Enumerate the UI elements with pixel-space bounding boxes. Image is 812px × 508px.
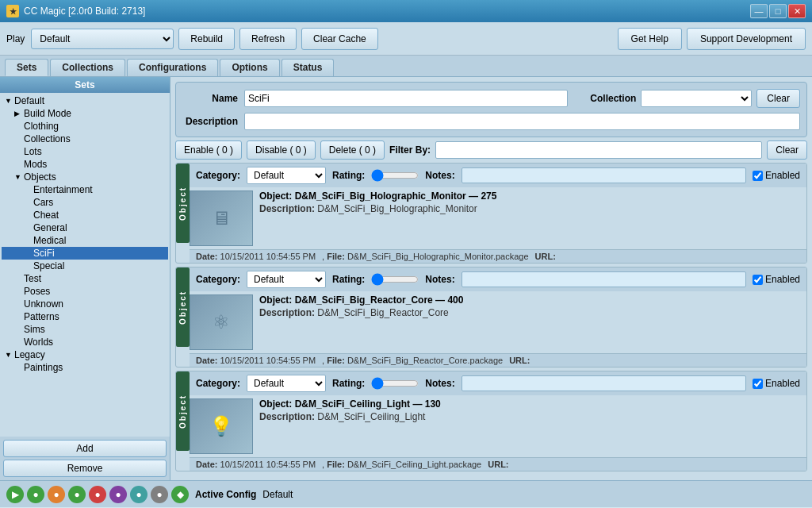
rating-slider-1[interactable] (371, 273, 419, 286)
card-wrapper-0: Object Category: Default Rating: Notes: … (176, 164, 806, 263)
object-name-2: Object: D&M_SciFi_Ceiling_Light — 130 (259, 398, 800, 410)
sidebar-item-cars[interactable]: Cars (2, 196, 168, 209)
clear-cache-button[interactable]: Clear Cache (301, 28, 378, 50)
footer-file-1: , File: D&M_SciFi_Big_Reactor_Core.packa… (322, 356, 503, 365)
rating-slider-0[interactable] (371, 169, 419, 182)
card-content-2: Category: Default Rating: Notes: Enabled… (190, 371, 806, 471)
filter-input[interactable] (435, 141, 762, 159)
enabled-check-2[interactable]: Enabled (753, 378, 800, 389)
meta-section: Name SciFi Collection Clear Description (175, 82, 807, 137)
status-icon-2[interactable]: ● (27, 486, 44, 503)
refresh-button[interactable]: Refresh (239, 28, 297, 50)
main-area: Sets ▼Default ▶Build Mode Clothing Colle… (0, 77, 812, 480)
sidebar-item-legacy[interactable]: ▼Legacy (2, 348, 168, 361)
sidebar-item-special[interactable]: Special (2, 260, 168, 272)
sidebar-item-medical[interactable]: Medical (2, 234, 168, 247)
tab-options[interactable]: Options (220, 59, 279, 76)
status-icon-7[interactable]: ● (130, 486, 147, 503)
object-card-2: Object Category: Default Rating: Notes: … (175, 371, 807, 471)
status-icon-9[interactable]: ◆ (171, 486, 189, 503)
object-list: Object Category: Default Rating: Notes: … (175, 163, 807, 475)
footer-file-2: , File: D&M_SciFi_Ceiling_Light.package (322, 460, 481, 469)
sidebar-item-poses[interactable]: Poses (2, 285, 168, 298)
status-bar: ▶ ● ● ● ● ● ● ● ◆ Active Config Default (0, 480, 812, 507)
support-button[interactable]: Support Development (687, 28, 806, 50)
app-icon: ★ (6, 5, 19, 17)
sidebar: Sets ▼Default ▶Build Mode Clothing Colle… (0, 77, 170, 480)
sidebar-item-unknown[interactable]: Unknown (2, 298, 168, 310)
tab-status[interactable]: Status (282, 59, 335, 76)
status-icon-1[interactable]: ▶ (6, 486, 24, 503)
sidebar-item-scifi[interactable]: SciFi (2, 247, 168, 260)
collection-select[interactable] (641, 90, 752, 107)
enabled-check-1[interactable]: Enabled (753, 274, 800, 285)
category-label-0: Category: (196, 170, 240, 181)
play-select[interactable]: Default (31, 29, 174, 49)
delete-button[interactable]: Delete ( 0 ) (320, 140, 385, 160)
name-input[interactable]: SciFi (244, 90, 568, 107)
disable-button[interactable]: Disable ( 0 ) (247, 140, 316, 160)
sidebar-item-entertainment[interactable]: Entertainment (2, 183, 168, 196)
sidebar-header: Sets (0, 77, 170, 93)
status-icon-5[interactable]: ● (89, 486, 106, 503)
sidebar-item-collections[interactable]: Collections (2, 133, 168, 145)
remove-button[interactable]: Remove (3, 460, 167, 477)
enabled-check-0[interactable]: Enabled (753, 170, 800, 181)
tab-sets[interactable]: Sets (5, 59, 48, 76)
sidebar-item-cheat[interactable]: Cheat (2, 209, 168, 221)
sidebar-item-test[interactable]: Test (2, 272, 168, 285)
notes-label-2: Notes: (425, 378, 454, 389)
rating-label-0: Rating: (332, 170, 365, 181)
card-footer-1: Date: 10/15/2011 10:54:55 PM , File: D&M… (190, 353, 806, 367)
sidebar-item-paintings[interactable]: Paintings (2, 361, 168, 374)
card-footer-0: Date: 10/15/2011 10:54:55 PM , File: D&M… (190, 249, 806, 263)
sidebar-item-mods[interactable]: Mods (2, 158, 168, 171)
card-body-2: 💡 Object: D&M_SciFi_Ceiling_Light — 130 … (190, 395, 806, 457)
sidebar-item-sims[interactable]: Sims (2, 323, 168, 336)
tab-collections[interactable]: Collections (50, 59, 125, 76)
toolbar: Play Default Rebuild Refresh Clear Cache… (0, 22, 812, 56)
notes-input-2[interactable] (462, 375, 746, 391)
description-input[interactable] (244, 113, 800, 130)
sidebar-item-default[interactable]: ▼Default (2, 94, 168, 107)
window-controls[interactable]: — □ ✕ (750, 4, 806, 18)
object-desc-1: Description: D&M_SciFi_Big_Reactor_Core (259, 307, 800, 318)
sidebar-item-general[interactable]: General (2, 221, 168, 234)
card-content-1: Category: Default Rating: Notes: Enabled… (190, 267, 806, 367)
category-select-0[interactable]: Default (247, 167, 326, 184)
status-icon-4[interactable]: ● (68, 486, 86, 503)
add-button[interactable]: Add (3, 440, 167, 457)
sidebar-item-build-mode[interactable]: ▶Build Mode (2, 107, 168, 120)
object-name-0: Object: D&M_SciFi_Big_Holographic_Monito… (259, 190, 800, 202)
rating-slider-2[interactable] (371, 377, 419, 390)
sidebar-tree[interactable]: ▼Default ▶Build Mode Clothing Collection… (0, 93, 170, 437)
filter-clear-button[interactable]: Clear (767, 140, 807, 160)
sidebar-item-clothing[interactable]: Clothing (2, 120, 168, 133)
enable-button[interactable]: Enable ( 0 ) (175, 140, 242, 160)
notes-input-0[interactable] (462, 167, 746, 183)
filter-bar: Enable ( 0 ) Disable ( 0 ) Delete ( 0 ) … (175, 140, 807, 160)
get-help-button[interactable]: Get Help (618, 28, 682, 50)
tab-configurations[interactable]: Configurations (127, 59, 218, 76)
sidebar-item-objects[interactable]: ▼Objects (2, 171, 168, 183)
status-icon-8[interactable]: ● (151, 486, 168, 503)
tabs-row: Sets Collections Configurations Options … (0, 56, 812, 77)
sidebar-item-lots[interactable]: Lots (2, 145, 168, 158)
object-card-1: Object Category: Default Rating: Notes: … (175, 267, 807, 368)
close-button[interactable]: ✕ (788, 4, 806, 18)
sidebar-item-worlds[interactable]: Worlds (2, 336, 168, 348)
category-select-1[interactable]: Default (247, 271, 326, 288)
rebuild-button[interactable]: Rebuild (178, 28, 235, 50)
category-select-2[interactable]: Default (247, 375, 326, 392)
object-details-1: Object: D&M_SciFi_Big_Reactor_Core — 400… (259, 294, 800, 350)
notes-input-1[interactable] (462, 271, 746, 287)
card-wrapper-1: Object Category: Default Rating: Notes: … (176, 267, 806, 367)
sidebar-item-patterns[interactable]: Patterns (2, 310, 168, 323)
collection-clear-button[interactable]: Clear (756, 89, 800, 108)
status-icon-6[interactable]: ● (109, 486, 127, 503)
minimize-button[interactable]: — (750, 4, 768, 18)
object-thumb-1: ⚛ (190, 294, 253, 350)
rating-label-2: Rating: (332, 378, 365, 389)
maximize-button[interactable]: □ (769, 4, 787, 18)
status-icon-3[interactable]: ● (48, 486, 65, 503)
